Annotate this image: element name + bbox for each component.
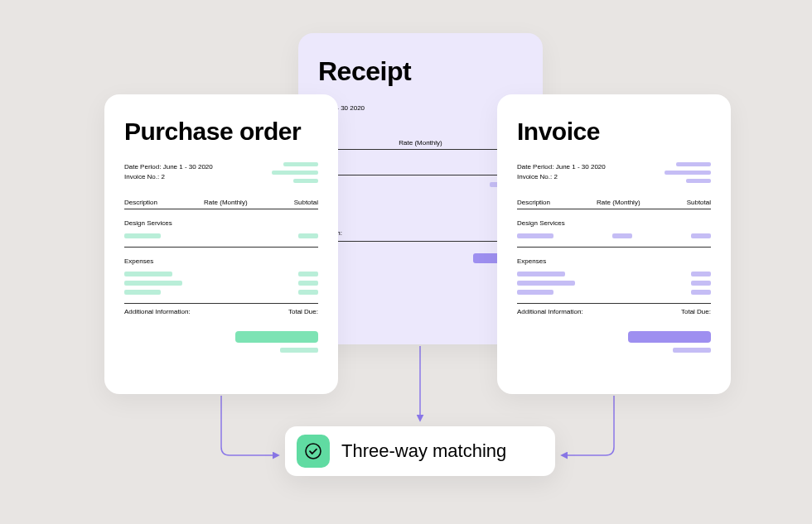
invoice-title: Invoice [517, 118, 711, 146]
invoice-design-bars [517, 233, 711, 247]
arrow-from-invoice [562, 396, 614, 455]
po-design-bars [124, 233, 318, 247]
invoice-exp-label: Expenses [517, 248, 711, 272]
invoice-addl: Additional Information: [517, 308, 583, 315]
po-col-desc: Description [124, 199, 157, 206]
purchase-order-card: Purchase order Date Period: June 1 - 30 … [104, 94, 338, 394]
po-exp-label: Expenses [124, 248, 318, 272]
po-total: Total Due: [288, 308, 318, 315]
invoice-col-rate: Rate (Monthly) [597, 199, 640, 206]
invoice-header-row: Description Rate (Monthly) Subtotal [517, 195, 711, 209]
po-exp-bars [124, 272, 318, 303]
po-header-row: Description Rate (Monthly) Subtotal [124, 195, 318, 209]
arrow-from-po [221, 396, 278, 455]
result-label: Three-way matching [341, 440, 506, 462]
po-date: Date Period: June 1 - 30 2020 [124, 162, 213, 172]
invoice-total: Total Due: [681, 308, 711, 315]
invoice-col-desc: Description [517, 199, 550, 206]
po-addl: Additional Information: [124, 308, 191, 315]
invoice-design-label: Design Services [517, 209, 711, 233]
invoice-no: Invoice No.: 2 [517, 172, 606, 182]
receipt-header-row: Rate (Monthly) [318, 135, 523, 150]
result-pill: Three-way matching [285, 426, 555, 476]
po-header-bars [272, 162, 318, 183]
svg-point-0 [306, 444, 321, 459]
invoice-date: Date Period: June 1 - 30 2020 [517, 162, 606, 172]
po-invoice-no: Invoice No.: 2 [124, 172, 213, 182]
po-col-sub: Subtotal [294, 199, 318, 206]
po-footer-row: Additional Information: Total Due: [124, 303, 318, 320]
po-col-rate: Rate (Monthly) [204, 199, 247, 206]
receipt-info-row: rmation: [318, 225, 523, 242]
po-title: Purchase order [124, 118, 318, 146]
po-total-block [124, 331, 318, 353]
receipt-bars-1 [318, 182, 523, 195]
invoice-exp-bars [517, 272, 711, 303]
invoice-total-block [517, 331, 711, 353]
invoice-col-sub: Subtotal [687, 199, 711, 206]
invoice-footer-row: Additional Information: Total Due: [517, 303, 711, 320]
receipt-rate-label: Rate (Monthly) [399, 139, 442, 147]
invoice-header-bars [665, 162, 711, 183]
po-design-label: Design Services [124, 209, 318, 233]
receipt-title: Receipt [318, 56, 523, 87]
check-icon [297, 435, 330, 468]
receipt-date: une 1 - 30 2020 [318, 103, 523, 113]
invoice-card: Invoice Date Period: June 1 - 30 2020 In… [497, 94, 731, 394]
receipt-total-block [318, 253, 523, 263]
